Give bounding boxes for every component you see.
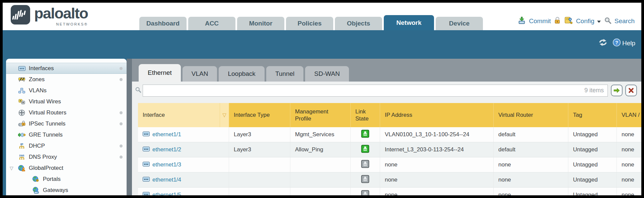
sidebar-item-ipsec-tunnels[interactable]: IPSec Tunnels [6, 118, 127, 129]
tab-network[interactable]: Network [384, 15, 434, 30]
ip-address-cell: none [380, 157, 494, 172]
sidebar-item-dot [120, 78, 123, 81]
sidebar-item-dhcp[interactable]: IPDHCP [6, 140, 127, 151]
sidebar-item-label: Virtual Wires [29, 98, 61, 105]
link-down-icon[interactable] [361, 190, 369, 195]
vlan-wire-cell: none [617, 172, 641, 187]
management-profile-cell [290, 188, 351, 195]
filter-input[interactable] [143, 85, 608, 97]
sidebar-item-portals[interactable]: Portals [6, 174, 127, 185]
subtab-loopback[interactable]: Loopback [219, 66, 264, 82]
interface-link[interactable]: ethernet1/1 [152, 131, 181, 138]
link-down-icon[interactable] [361, 175, 369, 185]
tag-cell: Untagged [568, 157, 617, 172]
tab-monitor[interactable]: Monitor [237, 17, 284, 30]
sort-dropdown-icon[interactable]: ▽ [220, 103, 229, 127]
table-row: ethernet1/5nonenoneUntaggednone [138, 188, 641, 195]
sidebar-item-interfaces[interactable]: Interfaces [6, 63, 127, 74]
refresh-icon[interactable] [598, 39, 607, 48]
ip-address-cell: none [380, 188, 494, 195]
expander-triangle-icon[interactable]: ▽ [10, 165, 13, 170]
table-row: ethernet1/3nonenoneUntaggednone [138, 157, 641, 172]
sidebar-item-label: DHCP [29, 143, 45, 149]
subtab-sd-wan[interactable]: SD-WAN [305, 66, 349, 82]
ethernet-interface-icon [143, 177, 150, 183]
apply-filter-button[interactable] [611, 85, 623, 96]
help-icon[interactable]: ? [613, 38, 621, 48]
interface-link[interactable]: ethernet1/2 [152, 146, 181, 153]
tab-objects[interactable]: Objects [335, 17, 382, 30]
interface-cell: ethernet1/3 [138, 157, 229, 172]
tab-device[interactable]: Device [436, 17, 483, 30]
ethernet-panel: 9 items Interface▽Interface TypeManageme… [132, 82, 641, 195]
help-link[interactable]: Help [622, 40, 635, 47]
subtab-ethernet[interactable]: Ethernet [139, 64, 181, 82]
sidebar-item-dns-proxy[interactable]: DNSDNS Proxy [6, 151, 127, 162]
sidebar-item-virtual-wires[interactable]: Virtual Wires [6, 96, 127, 107]
paloalto-logo-icon [11, 5, 30, 26]
interface-link[interactable]: ethernet1/5 [152, 192, 181, 195]
clear-filter-button[interactable] [625, 85, 637, 96]
sidebar-item-gateways[interactable]: Gateways [6, 185, 127, 195]
table-row: ethernet1/2Layer3Allow_PingInternet_L3_2… [138, 142, 641, 157]
tab-dashboard[interactable]: Dashboard [139, 17, 187, 30]
search-button[interactable]: Search [615, 17, 635, 25]
config-dropdown-caret[interactable] [597, 17, 601, 25]
ethernet-interface-icon [143, 146, 150, 153]
ip-address-cell: Internet_L3_203-0-113-254--24 [380, 142, 494, 157]
ethernet-interface-icon [143, 192, 150, 195]
ipsec-tunnels-icon [17, 120, 26, 127]
link-state-cell [351, 142, 380, 157]
lock-icon[interactable] [554, 16, 561, 26]
sidebar-splitter[interactable] [127, 59, 132, 195]
config-icon [564, 16, 573, 26]
interfaces-table: Interface▽Interface TypeManagement Profi… [138, 103, 641, 195]
interface-link[interactable]: ethernet1/3 [152, 161, 181, 168]
column-header-interface-type[interactable]: Interface Type [229, 103, 290, 127]
tag-cell: Untagged [568, 188, 617, 195]
link-up-icon[interactable] [361, 145, 369, 155]
column-header-tag[interactable]: Tag [568, 103, 617, 127]
config-button[interactable]: Config [576, 17, 594, 25]
logo-networks-text: NETWORKS® [56, 22, 88, 26]
app-window: paloalto NETWORKS® DashboardACCMonitorPo… [3, 3, 641, 195]
table-row: ethernet1/4nonenoneUntaggednone [138, 172, 641, 188]
link-up-icon[interactable] [361, 130, 369, 140]
interface-cell: ethernet1/1 [138, 127, 229, 142]
column-header-link-state[interactable]: Link State [351, 103, 380, 127]
subtab-vlan[interactable]: VLAN [183, 66, 217, 82]
interface-link[interactable]: ethernet1/4 [152, 177, 181, 183]
sidebar-item-virtual-routers[interactable]: Virtual Routers [6, 107, 127, 118]
ethernet-interface-icon [143, 161, 150, 168]
paloalto-logo: paloalto NETWORKS® [11, 5, 88, 26]
teal-toolbar: ? Help [598, 38, 635, 48]
sidebar-item-label: IPSec Tunnels [29, 120, 66, 127]
management-profile-cell [290, 172, 351, 187]
link-state-cell [351, 157, 380, 172]
tab-policies[interactable]: Policies [286, 17, 333, 30]
column-header-virtual-router[interactable]: Virtual Router [494, 103, 568, 127]
gateways-icon [31, 187, 40, 194]
vlans-icon [17, 88, 26, 93]
dns-proxy-icon: DNS [17, 154, 26, 160]
tab-acc[interactable]: ACC [188, 17, 235, 30]
sidebar-item-globalprotect[interactable]: ▽GlobalProtect [6, 162, 127, 174]
commit-button[interactable]: Commit [529, 17, 551, 25]
filter-icon [135, 87, 141, 94]
link-down-icon[interactable] [361, 160, 369, 170]
column-header-ip-address[interactable]: IP Address [380, 103, 494, 127]
sidebar-item-gre-tunnels[interactable]: GRE Tunnels [6, 129, 127, 140]
column-header-vlan-virtual-wire[interactable]: VLAN / Virtual Wire [617, 103, 641, 127]
interface-type-cell: Layer3 [229, 142, 290, 157]
link-state-cell [351, 172, 380, 187]
sidebar-item-vlans[interactable]: VLANs [6, 85, 127, 96]
column-header-management-profile[interactable]: Management Profile [290, 103, 351, 127]
tag-cell: Untagged [568, 172, 617, 187]
sidebar-item-zones[interactable]: Zones [6, 74, 127, 85]
subtab-tunnel[interactable]: Tunnel [266, 66, 303, 82]
sidebar-item-dot [120, 122, 123, 125]
interface-cell: ethernet1/5 [138, 188, 229, 195]
sidebar-item-label: Virtual Routers [29, 109, 66, 116]
ip-address-cell: none [380, 172, 494, 187]
column-header-interface[interactable]: Interface [138, 103, 220, 127]
